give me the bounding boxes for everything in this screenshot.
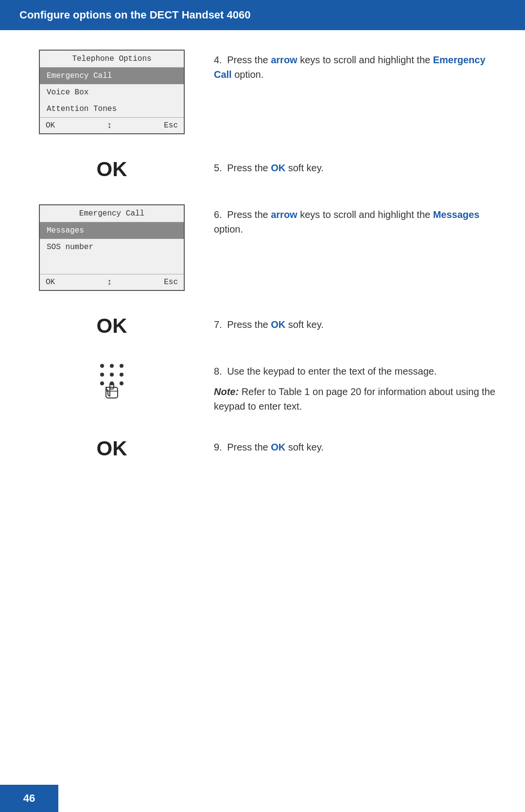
step-7-row: OK 7. Press the OK soft key. bbox=[29, 314, 496, 338]
step-number-5: 5. bbox=[214, 162, 222, 173]
step-7-text: 7. Press the OK soft key. bbox=[214, 314, 496, 332]
step-7-ok: OK bbox=[29, 314, 194, 338]
softkey-esc-2[interactable]: Esc bbox=[164, 278, 178, 287]
menu-item-attention-tones: Attention Tones bbox=[40, 101, 184, 117]
softkey-ok-2[interactable]: OK bbox=[46, 278, 55, 287]
ok-label-7: OK bbox=[39, 314, 185, 338]
softkey-row-2: OK ↕ Esc bbox=[40, 274, 184, 290]
step-6-row: Emergency Call Messages SOS number OK ↕ … bbox=[29, 204, 496, 291]
ok-label-9: OK bbox=[39, 437, 185, 460]
step-5-text: 5. Press the OK soft key. bbox=[214, 158, 496, 175]
step-7-description: Press the OK soft key. bbox=[227, 319, 324, 330]
footer-bar: 46 bbox=[0, 785, 58, 812]
ok-label-5: OK bbox=[39, 158, 185, 181]
phone-screen-2: Emergency Call Messages SOS number OK ↕ … bbox=[39, 204, 185, 291]
svg-point-4 bbox=[110, 373, 114, 377]
menu-item-messages: Messages bbox=[40, 222, 184, 239]
step-5-description: Press the OK soft key. bbox=[227, 162, 324, 173]
step4-arrow-keyword: arrow bbox=[271, 54, 297, 65]
step6-messages-keyword: Messages bbox=[433, 209, 480, 220]
svg-point-8 bbox=[120, 381, 123, 385]
step6-arrow-keyword: arrow bbox=[271, 209, 297, 220]
step-9-description: Press the OK soft key. bbox=[227, 442, 324, 452]
step-9-text: 9. Press the OK soft key. bbox=[214, 437, 496, 454]
arrow-icon-2: ↕ bbox=[107, 277, 112, 287]
step-4-description: Press the arrow keys to scroll and highl… bbox=[214, 54, 486, 80]
header-title: Configure options on the DECT Handset 40… bbox=[19, 9, 250, 21]
step-5-row: OK 5. Press the OK soft key. bbox=[29, 158, 496, 181]
keypad-svg bbox=[92, 361, 131, 405]
screen2-title: Emergency Call bbox=[40, 205, 184, 222]
softkey-row-1: OK ↕ Esc bbox=[40, 117, 184, 133]
step-4-row: Telephone Options Emergency Call Voice B… bbox=[29, 50, 496, 134]
step7-ok-keyword: OK bbox=[271, 319, 285, 330]
svg-point-6 bbox=[100, 381, 104, 385]
step-6-description: Press the arrow keys to scroll and highl… bbox=[214, 209, 479, 235]
step5-ok-keyword: OK bbox=[271, 162, 285, 173]
svg-point-1 bbox=[110, 364, 114, 368]
menu-item-blank bbox=[40, 255, 184, 274]
softkey-ok-1[interactable]: OK bbox=[46, 121, 55, 130]
keypad-icon bbox=[39, 361, 185, 410]
step-5-ok: OK bbox=[29, 158, 194, 181]
step-number-7: 7. bbox=[214, 319, 222, 330]
step-number-6: 6. bbox=[214, 209, 222, 220]
step9-ok-keyword: OK bbox=[271, 442, 285, 452]
step-6-text: 6. Press the arrow keys to scroll and hi… bbox=[214, 204, 496, 236]
svg-point-0 bbox=[100, 364, 104, 368]
header-bar: Configure options on the DECT Handset 40… bbox=[0, 0, 525, 30]
step-8-text: 8. Use the keypad to enter the text of t… bbox=[214, 361, 496, 414]
page-number: 46 bbox=[23, 792, 35, 805]
note-label: Note: bbox=[214, 386, 239, 397]
step-number-4: 4. bbox=[214, 54, 222, 65]
step-4-text: 4. Press the arrow keys to scroll and hi… bbox=[214, 50, 496, 82]
step-8-note: Note: Refer to Table 1 on page 20 for in… bbox=[214, 384, 496, 414]
step-4-screen: Telephone Options Emergency Call Voice B… bbox=[29, 50, 194, 134]
step-8-description: Use the keypad to enter the text of the … bbox=[227, 366, 437, 377]
step4-emergency-keyword: Emergency Call bbox=[214, 54, 486, 80]
svg-point-2 bbox=[120, 364, 123, 368]
content-area: Telephone Options Emergency Call Voice B… bbox=[0, 30, 525, 523]
svg-point-3 bbox=[100, 373, 104, 377]
menu-item-sos: SOS number bbox=[40, 239, 184, 255]
menu-item-emergency-call: Emergency Call bbox=[40, 68, 184, 84]
svg-point-5 bbox=[120, 373, 123, 377]
step-8-row: 8. Use the keypad to enter the text of t… bbox=[29, 361, 496, 414]
menu-item-voice-box: Voice Box bbox=[40, 84, 184, 101]
arrow-icon-1: ↕ bbox=[107, 121, 112, 130]
phone-screen-1: Telephone Options Emergency Call Voice B… bbox=[39, 50, 185, 134]
step-6-screen: Emergency Call Messages SOS number OK ↕ … bbox=[29, 204, 194, 291]
step-number-8: 8. bbox=[214, 366, 222, 377]
screen1-title: Telephone Options bbox=[40, 51, 184, 68]
step-8-keypad bbox=[29, 361, 194, 410]
step-9-ok: OK bbox=[29, 437, 194, 460]
step-number-9: 9. bbox=[214, 442, 222, 452]
softkey-esc-1[interactable]: Esc bbox=[164, 121, 178, 130]
step-9-row: OK 9. Press the OK soft key. bbox=[29, 437, 496, 460]
